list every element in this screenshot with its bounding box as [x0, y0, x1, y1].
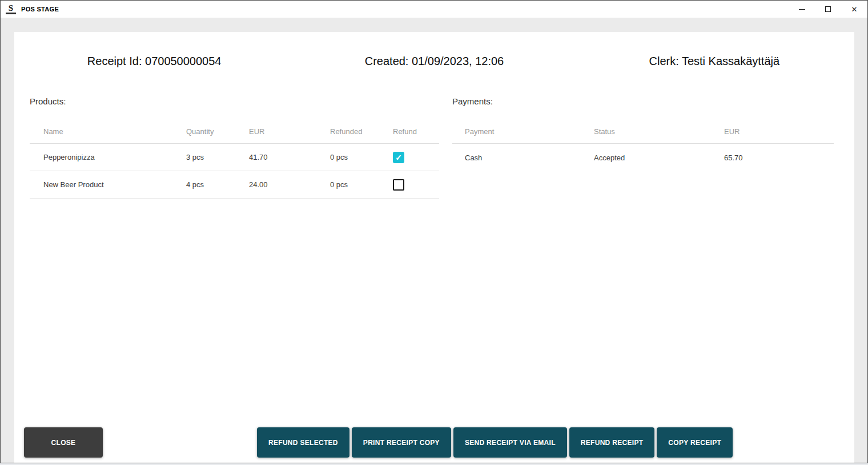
- close-icon: ✕: [851, 6, 858, 13]
- refund-checkbox[interactable]: ✓: [393, 152, 404, 163]
- maximize-icon: [825, 6, 831, 12]
- copy-receipt-button[interactable]: COPY RECEIPT: [657, 427, 733, 458]
- product-name: Pepperonipizza: [30, 153, 172, 161]
- products-table: Name Quantity EUR Refunded Refund Pepper…: [30, 120, 439, 199]
- column-header-status: Status: [581, 127, 712, 136]
- window-title: POS STAGE: [21, 6, 59, 13]
- table-row: New Beer Product 4 pcs 24.00 0 pcs ✓: [30, 171, 439, 199]
- minimize-button[interactable]: [789, 1, 815, 18]
- product-quantity: 4 pcs: [172, 180, 235, 189]
- minimize-icon: [799, 9, 805, 10]
- receipt-detail-panel: Receipt Id: 070050000054 Created: 01/09/…: [14, 32, 854, 463]
- column-header-name: Name: [30, 127, 172, 136]
- column-header-refund: Refund: [379, 127, 439, 136]
- receipt-created: Created: 01/09/2023, 12:06: [294, 55, 574, 68]
- payment-status: Accepted: [581, 153, 712, 162]
- products-table-header: Name Quantity EUR Refunded Refund: [30, 120, 439, 144]
- column-header-quantity: Quantity: [172, 127, 235, 136]
- refund-receipt-button[interactable]: REFUND RECEIPT: [569, 427, 655, 458]
- product-refunded: 0 pcs: [316, 180, 379, 189]
- table-row: Pepperonipizza 3 pcs 41.70 0 pcs ✓: [30, 144, 439, 171]
- window-controls: ✕: [789, 1, 867, 18]
- app-window: S POS STAGE ✕ Receipt Id: 070050000054 C…: [0, 0, 868, 463]
- product-quantity: 3 pcs: [172, 153, 235, 161]
- refund-selected-button[interactable]: REFUND SELECTED: [257, 427, 349, 458]
- products-section: Products: Name Quantity EUR Refunded Ref…: [30, 96, 439, 199]
- column-header-eur: EUR: [712, 127, 834, 136]
- column-header-payment: Payment: [452, 127, 581, 136]
- payments-table-header: Payment Status EUR: [452, 120, 834, 144]
- app-logo-icon: S: [6, 4, 16, 14]
- table-row: Cash Accepted 65.70: [452, 144, 834, 171]
- receipt-header: Receipt Id: 070050000054 Created: 01/09/…: [14, 55, 854, 68]
- payments-title: Payments:: [452, 96, 834, 107]
- payments-section: Payments: Payment Status EUR Cash Accept…: [452, 96, 834, 171]
- payment-method: Cash: [452, 153, 581, 162]
- product-refunded: 0 pcs: [316, 153, 379, 161]
- action-buttons: REFUND SELECTED PRINT RECEIPT COPY SEND …: [257, 427, 733, 458]
- close-window-button[interactable]: ✕: [841, 1, 867, 18]
- products-title: Products:: [30, 96, 439, 107]
- receipt-id: Receipt Id: 070050000054: [14, 55, 294, 68]
- product-eur: 24.00: [235, 180, 316, 189]
- send-receipt-via-email-button[interactable]: SEND RECEIPT VIA EMAIL: [453, 427, 567, 458]
- payment-eur: 65.70: [712, 153, 834, 162]
- column-header-refunded: Refunded: [316, 127, 379, 136]
- column-header-eur: EUR: [235, 127, 316, 136]
- product-eur: 41.70: [235, 153, 316, 161]
- checkmark-icon: ✓: [395, 153, 402, 161]
- product-name: New Beer Product: [30, 180, 172, 189]
- receipt-clerk: Clerk: Testi Kassakäyttäjä: [574, 55, 854, 68]
- close-button[interactable]: CLOSE: [24, 427, 103, 458]
- maximize-button[interactable]: [815, 1, 841, 18]
- payments-table: Payment Status EUR Cash Accepted 65.70: [452, 120, 834, 171]
- title-bar[interactable]: S POS STAGE ✕: [1, 1, 867, 18]
- print-receipt-copy-button[interactable]: PRINT RECEIPT COPY: [352, 427, 451, 458]
- refund-checkbox[interactable]: ✓: [393, 179, 404, 191]
